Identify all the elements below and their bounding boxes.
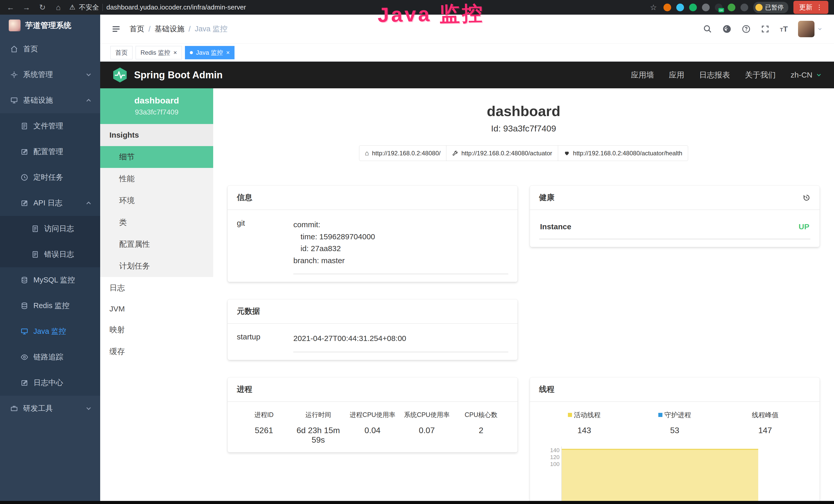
git-id-line: id: 27aa832 [293, 243, 508, 255]
service-url-button[interactable]: ⌂ http://192.168.0.2:48080/ [359, 145, 447, 161]
sidebar-item-home[interactable]: 首页 [0, 36, 100, 62]
info-card: 信息 git commit: time: 1596289704000 id: 2… [227, 186, 518, 282]
logo-avatar [9, 20, 21, 31]
font-size-icon[interactable]: TT [780, 25, 788, 33]
wrench-icon [452, 150, 458, 156]
sba-title[interactable]: Spring Boot Admin [134, 70, 223, 81]
home-icon: ⌂ [365, 149, 369, 157]
warning-icon: ⚠ [69, 3, 75, 11]
extension-leaf-icon[interactable] [728, 4, 736, 11]
y-tick: 120 [539, 454, 561, 461]
close-icon[interactable]: × [173, 49, 177, 56]
sba-item-scheduled-tasks[interactable]: 计划任务 [100, 255, 213, 277]
link-label: http://192.168.0.2:48080/actuator [461, 150, 552, 157]
git-time-line: time: 1596289704000 [293, 231, 508, 243]
history-icon[interactable] [803, 194, 810, 202]
metadata-key: startup [237, 333, 293, 341]
sidebar-item-api-log[interactable]: API 日志 [0, 190, 100, 216]
fullscreen-icon[interactable] [761, 25, 770, 33]
sba-item-mappings[interactable]: 映射 [100, 319, 213, 341]
close-icon[interactable]: × [226, 49, 229, 56]
bottom-edge [0, 501, 834, 504]
back-icon[interactable]: ← [6, 3, 16, 12]
tab-java-monitor[interactable]: Java 监控 × [185, 46, 235, 59]
bookmark-star-icon[interactable]: ☆ [649, 3, 658, 12]
actuator-url-button[interactable]: http://192.168.0.2:48080/actuator [446, 145, 558, 161]
github-icon[interactable] [722, 24, 731, 33]
breadcrumb-separator: / [189, 25, 191, 33]
breadcrumb-separator: / [149, 25, 151, 33]
address-bar[interactable]: ⚠ 不安全 dashboard.yudao.iocoder.cn/infra/a… [69, 3, 246, 12]
info-card-title: 信息 [237, 192, 252, 203]
health-card: 健康 Instance UP [530, 186, 820, 247]
sidebar-item-config-mgmt[interactable]: 配置管理 [0, 139, 100, 165]
instance-header[interactable]: dashboard 93a3fc7f7409 [100, 88, 213, 124]
search-icon[interactable] [703, 25, 712, 33]
sba-item-logs[interactable]: 日志 [100, 277, 213, 299]
sba-nav-about[interactable]: 关于我们 [745, 70, 776, 81]
tab-redis-monitor[interactable]: Redis 监控 × [136, 46, 182, 59]
legend-label: 守护进程 [664, 411, 691, 419]
update-button[interactable]: 更新 ⋮ [793, 1, 828, 14]
breadcrumb-infrastructure[interactable]: 基础设施 [155, 24, 184, 34]
extension-green-icon[interactable] [689, 4, 697, 11]
extension-fox-icon[interactable] [663, 4, 671, 11]
sba-item-classes[interactable]: 类 [100, 211, 213, 233]
sidebar-item-java-monitor[interactable]: Java 监控 [0, 319, 100, 344]
chevron-down-icon [815, 72, 822, 78]
sba-item-config-props[interactable]: 配置属性 [100, 233, 213, 255]
sba-item-metrics[interactable]: 性能 [100, 168, 213, 190]
sidebar-item-label: 错误日志 [44, 249, 74, 259]
extension-drop-icon[interactable] [676, 4, 684, 11]
security-label: 不安全 [79, 3, 99, 12]
threads-card: 线程 活动线程 143 [530, 377, 820, 504]
extension-puzzle-icon[interactable] [741, 4, 748, 11]
extension-grid-icon[interactable] [702, 4, 710, 11]
help-icon[interactable] [742, 25, 750, 33]
extension-switch-icon[interactable]: on [715, 4, 723, 11]
sidebar-item-trace[interactable]: 链路追踪 [0, 344, 100, 370]
home-icon[interactable]: ⌂ [53, 3, 63, 12]
sidebar-item-error-log[interactable]: 错误日志 [0, 242, 100, 267]
app-logo[interactable]: 芋道管理系统 [0, 15, 100, 36]
chrome-menu-icon[interactable]: ⋮ [816, 3, 823, 11]
spring-boot-admin-logo[interactable] [112, 67, 128, 83]
tags-view-bar: 首页 Redis 监控 × Java 监控 × [100, 44, 834, 62]
sidebar-item-redis-monitor[interactable]: Redis 监控 [0, 293, 100, 319]
reload-icon[interactable]: ↻ [38, 3, 47, 12]
sidebar-item-mysql-monitor[interactable]: MySQL 监控 [0, 267, 100, 293]
instance-title: dashboard [227, 103, 820, 119]
sba-item-caches[interactable]: 缓存 [100, 341, 213, 363]
sidebar-item-scheduled-jobs[interactable]: 定时任务 [0, 165, 100, 190]
metadata-card: 元数据 startup 2021-04-27T00:44:31.254+08:0… [227, 299, 518, 360]
health-url-button[interactable]: http://192.168.0.2:48080/actuator/health [558, 145, 688, 161]
chevron-up-icon [85, 199, 92, 207]
sidebar-item-system-mgmt[interactable]: 系统管理 [0, 62, 100, 88]
y-tick: 140 [539, 447, 561, 454]
sidebar-item-dev-tools[interactable]: 研发工具 [0, 396, 100, 421]
hamburger-icon[interactable] [111, 24, 121, 33]
tab-home[interactable]: 首页 [110, 46, 133, 59]
sidebar-item-access-log[interactable]: 访问日志 [0, 216, 100, 242]
sba-nav-journal[interactable]: 日志报表 [699, 70, 730, 81]
forward-icon[interactable]: → [22, 3, 31, 12]
breadcrumb-current: Java 监控 [195, 24, 227, 34]
health-instance-label: Instance [540, 222, 571, 231]
sidebar-item-file-mgmt[interactable]: 文件管理 [0, 113, 100, 139]
tab-label: 首页 [115, 48, 128, 57]
sba-item-environment[interactable]: 环境 [100, 190, 213, 211]
breadcrumb-home[interactable]: 首页 [129, 24, 144, 34]
status-badge: UP [798, 222, 809, 231]
sidebar-item-label: 首页 [23, 44, 38, 54]
sba-nav-applications[interactable]: 应用 [669, 70, 684, 81]
info-value: commit: time: 1596289704000 id: 27aa832 … [293, 219, 508, 274]
sba-item-jvm[interactable]: JVM [100, 299, 213, 319]
sba-nav-wallboard[interactable]: 应用墙 [631, 70, 654, 81]
clock-icon [21, 174, 28, 181]
sidebar-item-infrastructure[interactable]: 基础设施 [0, 88, 100, 113]
paused-badge[interactable]: 已暂停 [753, 2, 788, 13]
user-menu[interactable] [798, 21, 823, 37]
sba-locale-select[interactable]: zh-CN [791, 71, 822, 79]
sba-item-details[interactable]: 细节 [100, 146, 213, 168]
sidebar-item-log-center[interactable]: 日志中心 [0, 370, 100, 396]
